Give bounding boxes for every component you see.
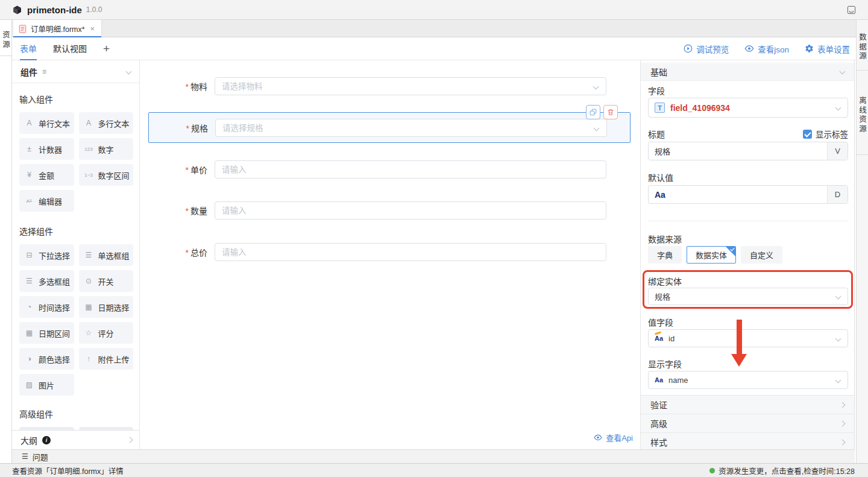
tab-default-view-label: 默认视图 — [53, 44, 87, 54]
hamburger-icon: ≡ — [42, 68, 46, 76]
app-version: 1.0.0 — [86, 5, 102, 14]
component-item-multi-line-text[interactable]: A多行文本 — [79, 112, 134, 134]
title-variable-button[interactable]: V — [827, 142, 848, 160]
component-item-number-range[interactable]: 1~3数字区间 — [79, 164, 134, 186]
component-item-rating[interactable]: ☆评分 — [79, 322, 134, 344]
show-label-text: 显示标签 — [816, 128, 848, 140]
star-icon: ☆ — [84, 329, 94, 337]
quantity-input-box[interactable] — [215, 201, 606, 220]
component-item-switch[interactable]: ⊙开关 — [79, 270, 134, 292]
component-item-color-picker[interactable]: ◑颜色选择 — [19, 348, 74, 370]
copy-field-button[interactable] — [586, 105, 600, 119]
chevron-right-icon — [840, 402, 846, 408]
section-validation[interactable]: 验证 — [641, 395, 854, 414]
data-source-label: 数据来源 — [648, 233, 682, 245]
textarea-icon: A — [84, 119, 94, 127]
status-right[interactable]: 资源发生变更，点击查看,检查时间:15:28 — [709, 465, 855, 476]
chevron-right-icon — [127, 437, 133, 443]
tab-close-button[interactable]: × — [90, 24, 95, 33]
value-field-select[interactable]: Aa id — [648, 329, 848, 347]
view-json-button[interactable]: 查看json — [744, 43, 789, 55]
chevron-down-icon[interactable] — [126, 69, 132, 75]
quantity-input[interactable] — [215, 202, 606, 219]
default-value-label: 默认值 — [648, 171, 673, 183]
tab-custom[interactable]: 自定义 — [741, 246, 782, 264]
tab-default-view[interactable]: 默认视图 — [53, 37, 87, 60]
tab-form[interactable]: 表单 — [20, 37, 37, 60]
form-field-material[interactable]: *物料 — [140, 77, 640, 95]
tab-dictionary[interactable]: 字典 — [648, 246, 682, 264]
top-app-bar: primeton-ide 1.0.0 — [0, 0, 868, 20]
default-formula-button[interactable]: D — [827, 186, 848, 203]
component-item-checkbox-group[interactable]: ☰多选框组 — [19, 270, 74, 292]
default-value-input[interactable] — [665, 186, 827, 203]
validation-label: 验证 — [650, 399, 667, 411]
show-label-checkbox[interactable]: 显示标签 — [803, 128, 848, 140]
data-source-tabs: 字典 数据实体 自定义 — [648, 246, 782, 264]
checkbox-checked-icon[interactable] — [803, 130, 812, 139]
rail-offline-resources[interactable]: 离线资源 — [857, 71, 868, 155]
display-field-select[interactable]: Aa name — [648, 371, 848, 389]
component-item-image[interactable]: ▨图片 — [19, 374, 74, 396]
text-field-type-icon: T — [655, 103, 665, 113]
form-canvas[interactable]: *物料 *规格 — [140, 60, 640, 449]
editor-icon: A≡ — [24, 198, 34, 204]
section-basic-header[interactable]: 基础 — [641, 63, 854, 81]
bind-entity-select[interactable]: 规格 — [648, 288, 848, 305]
radio-list-icon: ☰ — [84, 251, 94, 259]
material-select[interactable] — [215, 77, 606, 95]
section-advanced[interactable]: 高级 — [641, 414, 854, 432]
component-item-amount[interactable]: ¥金额 — [19, 164, 74, 186]
delete-field-button[interactable] — [603, 105, 618, 119]
component-item-time-picker[interactable]: ◔时间选择 — [19, 296, 74, 318]
properties-panel: 基础 字段 T field_41096934 标题 显示标签 V 默认值 Aa … — [640, 60, 855, 449]
editor-tab[interactable]: 订单明细.formx* × — [13, 20, 102, 37]
outline-bar[interactable]: 大纲 i — [12, 430, 139, 449]
eye-icon — [744, 45, 754, 52]
component-item-editor[interactable]: A≡编辑器 — [19, 190, 74, 212]
component-item-radio-group[interactable]: ☰单选框组 — [79, 244, 134, 266]
component-item-date-range[interactable]: ▦日期区间 — [19, 322, 74, 344]
chevron-down-icon — [835, 105, 841, 111]
unit-price-input[interactable] — [215, 161, 606, 178]
unit-price-input-box[interactable] — [215, 160, 606, 178]
form-field-specification[interactable]: *规格 — [149, 119, 630, 137]
editor-tab-title: 订单明细.formx* — [31, 23, 85, 34]
field-label: *数量 — [140, 204, 207, 216]
primary-key-icon: Aa — [655, 335, 663, 342]
rail-resources[interactable]: 资源 — [0, 20, 11, 56]
component-item-single-line-text[interactable]: A单行文本 — [19, 112, 74, 134]
component-item-counter[interactable]: ±计数器 — [19, 138, 74, 160]
add-view-button[interactable]: + — [103, 37, 110, 60]
material-select-input[interactable] — [215, 78, 606, 95]
problems-bar[interactable]: ☰ 问题 — [12, 449, 855, 463]
debug-preview-button[interactable]: 调试预览 — [684, 43, 729, 55]
selected-field-container[interactable]: *规格 — [148, 112, 631, 143]
tab-data-entity[interactable]: 数据实体 — [687, 246, 736, 264]
field-select[interactable]: T field_41096934 — [648, 98, 848, 118]
panel-toggle-button[interactable] — [847, 5, 856, 14]
specification-select-input[interactable] — [216, 119, 606, 136]
rail-data-source[interactable]: 数据源 — [857, 20, 868, 71]
specification-select[interactable] — [215, 119, 607, 137]
components-panel-header[interactable]: 组件 ≡ — [12, 60, 139, 83]
form-field-total-price[interactable]: *总价 — [140, 243, 640, 261]
value-field-value: id — [668, 334, 675, 343]
form-field-unit-price[interactable]: *单价 — [140, 160, 640, 178]
trash-icon — [607, 109, 614, 116]
component-item-dropdown-select[interactable]: ⊟下拉选择 — [19, 244, 74, 266]
form-settings-button[interactable]: 表单设置 — [805, 43, 850, 55]
component-item-date-picker[interactable]: ▦日期选择 — [79, 296, 134, 318]
component-item-number[interactable]: 123数字 — [79, 138, 134, 160]
form-field-quantity[interactable]: *数量 — [140, 201, 640, 220]
section-style[interactable]: 样式 — [641, 432, 854, 449]
title-input[interactable] — [649, 142, 827, 160]
total-price-input-box[interactable] — [215, 243, 606, 261]
bind-entity-label: 绑定实体 — [648, 275, 682, 287]
component-item-attachment-upload[interactable]: ↑附件上传 — [79, 348, 134, 370]
calendar-icon: ▦ — [84, 303, 94, 311]
chevron-right-icon — [840, 420, 846, 426]
total-price-input[interactable] — [215, 244, 606, 261]
view-api-link[interactable]: 查看Api — [594, 432, 633, 443]
status-left-text[interactable]: 查看资源「订单明细.formx」详情 — [12, 465, 124, 476]
